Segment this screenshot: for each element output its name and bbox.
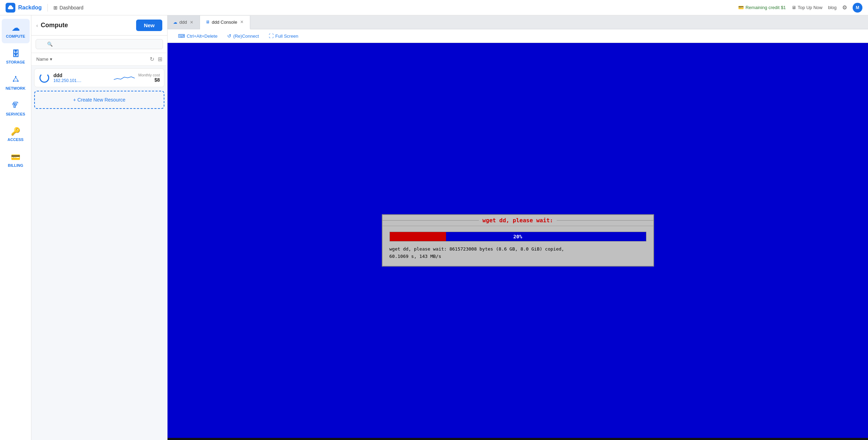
list-item[interactable]: ddd 162.250.101.... Monthly cost $8 [34, 68, 164, 87]
svg-rect-8 [14, 106, 15, 108]
progress-dialog-title: wget dd, please wait: [383, 215, 653, 226]
reconnect-button[interactable]: ↺ (Re)Connect [222, 31, 264, 40]
topup-link[interactable]: 🖥 Top Up Now [792, 5, 823, 10]
logo-text: Rackdog [18, 5, 42, 11]
resource-item-cost: Monthly cost $8 [138, 73, 160, 83]
sidebar-item-network[interactable]: NETWORK [2, 70, 30, 95]
credit-badge: 💳 Remaining credit $1 [738, 5, 786, 10]
console-panel: ☁ ddd ✕ 🖥 ddd Console ✕ ⌨ Ctrl+Alt+Delet… [168, 15, 868, 440]
fullscreen-button[interactable]: ⛶ Full Screen [264, 31, 303, 40]
access-icon: 🔑 [11, 127, 20, 136]
topup-label: Top Up Now [798, 5, 823, 10]
resource-cost-label: Monthly cost [138, 73, 160, 77]
sidebar-billing-label: BILLING [8, 163, 23, 167]
sidebar-item-compute[interactable]: ☁ COMPUTE [2, 19, 30, 43]
dashboard-label: Dashboard [60, 5, 84, 10]
search-bar: 🔍 [31, 36, 167, 53]
list-header-actions: ↻ ⊞ [150, 56, 162, 62]
tab-console-close[interactable]: ✕ [239, 19, 244, 25]
tab-ddd-label: ddd [179, 20, 187, 25]
svg-rect-7 [15, 103, 17, 105]
console-tabs: ☁ ddd ✕ 🖥 ddd Console ✕ [168, 15, 868, 29]
resource-header-left: ‹ Compute [36, 22, 68, 29]
ctrl-alt-del-button[interactable]: ⌨ Ctrl+Alt+Delete [173, 31, 222, 40]
topbar-divider [47, 4, 48, 12]
refresh-icon[interactable]: ↻ [150, 56, 154, 62]
compute-icon: ☁ [12, 24, 20, 33]
tab-console-label: ddd Console [212, 20, 237, 25]
resource-list: ddd 162.250.101.... Monthly cost $8 + Cr… [31, 66, 167, 440]
create-new-button[interactable]: + Create New Resource [34, 91, 164, 109]
sidebar-item-billing[interactable]: 💳 BILLING [2, 148, 30, 172]
tab-ddd[interactable]: ☁ ddd ✕ [168, 15, 200, 29]
topbar-left: Rackdog ⊞ Dashboard [6, 3, 83, 13]
console-toolbar: ⌨ Ctrl+Alt+Delete ↺ (Re)Connect ⛶ Full S… [168, 29, 868, 43]
svg-line-3 [13, 77, 15, 80]
credit-icon: 💳 [738, 5, 744, 10]
gear-icon[interactable]: ⚙ [842, 4, 847, 11]
reconnect-icon: ↺ [227, 33, 231, 39]
logo-icon [6, 3, 15, 13]
progress-bar-text: 20% [390, 232, 646, 241]
filter-icon[interactable]: ⊞ [158, 56, 162, 62]
resource-title: Compute [41, 22, 68, 29]
topbar-right: 💳 Remaining credit $1 🖥 Top Up Now blog … [738, 3, 862, 13]
resource-item-name: ddd [53, 73, 110, 78]
progress-info-line1: wget dd, please wait: 8615723008 bytes (… [390, 246, 646, 253]
progress-dialog-body: 20% wget dd, please wait: 8615723008 byt… [383, 226, 653, 266]
resource-item-ip: 162.250.101.... [53, 78, 110, 83]
console-bottom-bar [168, 438, 868, 440]
fullscreen-icon: ⛶ [269, 33, 274, 39]
sidebar-access-label: ACCESS [8, 137, 24, 142]
main-layout: ☁ COMPUTE 🗄 STORAGE NETWORK SERVICES 🔑 A… [0, 15, 868, 440]
progress-info-line2: 60.1069 s, 143 MB/s [390, 253, 646, 260]
resource-spinner-icon [39, 72, 50, 83]
tab-ddd-console[interactable]: 🖥 ddd Console ✕ [200, 16, 250, 29]
tab-ddd-icon: ☁ [173, 20, 177, 25]
sidebar-services-label: SERVICES [6, 112, 25, 116]
monitor-icon: 🖥 [792, 5, 796, 10]
billing-icon: 💳 [11, 153, 20, 162]
dashboard-link[interactable]: ⊞ Dashboard [53, 5, 84, 10]
sidebar-item-access[interactable]: 🔑 ACCESS [2, 122, 30, 147]
sidebar-storage-label: STORAGE [6, 60, 25, 64]
keyboard-icon: ⌨ [178, 33, 185, 39]
reconnect-label: (Re)Connect [233, 33, 259, 39]
user-avatar[interactable]: M [853, 3, 862, 13]
svg-rect-6 [13, 103, 14, 105]
search-wrapper: 🔍 [36, 39, 163, 49]
fullscreen-label: Full Screen [275, 33, 298, 39]
topbar: Rackdog ⊞ Dashboard 💳 Remaining credit $… [0, 0, 868, 15]
list-sort-name[interactable]: Name ▾ [36, 57, 52, 62]
grid-icon: ⊞ [53, 5, 58, 10]
svg-point-0 [15, 76, 16, 77]
resource-cost-value: $8 [138, 77, 160, 83]
progress-bar-container: 20% [390, 232, 646, 241]
sidebar-nav: ☁ COMPUTE 🗄 STORAGE NETWORK SERVICES 🔑 A… [0, 15, 31, 440]
resource-header: ‹ Compute New [31, 15, 167, 36]
list-header: Name ▾ ↻ ⊞ [31, 53, 167, 66]
logo[interactable]: Rackdog [6, 3, 42, 13]
ctrl-alt-del-label: Ctrl+Alt+Delete [187, 33, 217, 39]
svg-line-4 [16, 77, 18, 80]
back-arrow[interactable]: ‹ [36, 23, 38, 28]
sidebar-item-services[interactable]: SERVICES [2, 96, 30, 121]
new-button[interactable]: New [136, 20, 162, 31]
progress-title-text: wget dd, please wait: [482, 217, 553, 224]
console-content: wget dd, please wait: 20% wget dd, pleas… [168, 43, 868, 438]
services-icon [12, 101, 20, 111]
network-icon [12, 75, 20, 85]
tab-console-icon: 🖥 [206, 20, 210, 24]
sidebar-compute-label: COMPUTE [6, 34, 25, 38]
tab-ddd-close[interactable]: ✕ [189, 19, 194, 25]
resource-item-sparkline [114, 74, 135, 81]
storage-icon: 🗄 [12, 50, 20, 59]
blog-link[interactable]: blog [828, 5, 837, 10]
resource-panel: ‹ Compute New 🔍 Name ▾ ↻ ⊞ [31, 15, 168, 440]
search-input[interactable] [36, 39, 163, 49]
sidebar-network-label: NETWORK [6, 86, 25, 90]
progress-info: wget dd, please wait: 8615723008 bytes (… [390, 246, 646, 260]
sort-chevron-icon: ▾ [50, 57, 52, 62]
credit-label: Remaining credit $1 [745, 5, 786, 10]
sidebar-item-storage[interactable]: 🗄 STORAGE [2, 45, 30, 69]
